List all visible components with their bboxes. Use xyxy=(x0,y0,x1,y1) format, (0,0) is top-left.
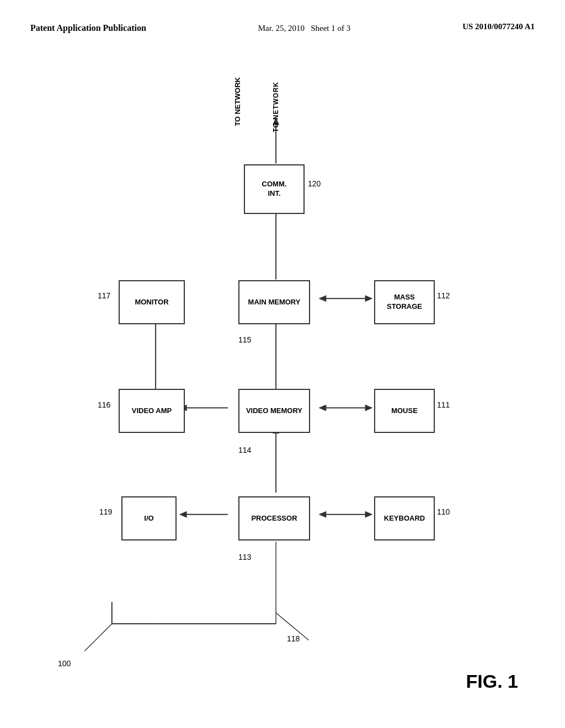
io-box: I/O xyxy=(121,496,177,540)
page-header: Patent Application Publication Mar. 25, … xyxy=(0,0,565,35)
video-memory-ref: 114 xyxy=(238,446,251,454)
to-network-label: TO NETWORK xyxy=(233,77,242,126)
video-amp-ref: 116 xyxy=(98,400,110,409)
svg-marker-22 xyxy=(179,511,187,518)
svg-line-28 xyxy=(84,624,112,651)
ref-100: 100 xyxy=(58,659,71,668)
mouse-ref: 111 xyxy=(437,400,450,409)
svg-marker-9 xyxy=(365,295,373,302)
svg-marker-13 xyxy=(318,405,326,411)
diagram-svg xyxy=(28,72,537,684)
comm-int-box: COMM.INT. xyxy=(244,164,305,214)
processor-ref: 113 xyxy=(238,553,251,561)
processor-box: PROCESSOR xyxy=(238,496,310,540)
svg-marker-15 xyxy=(365,511,373,518)
publication-number: US 2010/0077240 A1 xyxy=(462,22,535,31)
io-ref: 119 xyxy=(99,507,112,516)
publication-title: Patent Application Publication xyxy=(30,22,146,34)
mass-storage-ref: 112 xyxy=(437,291,450,300)
diagram-area: TO NETWORK COMM.INT. 120 MAIN MEMORY 115… xyxy=(28,72,537,684)
video-amp-box: VIDEO AMP xyxy=(119,389,185,433)
monitor-ref: 117 xyxy=(98,291,110,300)
svg-marker-12 xyxy=(365,405,373,411)
comm-int-ref: 120 xyxy=(308,179,321,188)
video-memory-box: VIDEO MEMORY xyxy=(238,389,310,433)
keyboard-ref: 110 xyxy=(437,507,450,516)
svg-marker-16 xyxy=(318,511,326,518)
mouse-box: MOUSE xyxy=(374,389,435,433)
main-memory-ref: 115 xyxy=(238,335,251,344)
ref-118: 118 xyxy=(287,634,300,643)
publication-date-sheet: Mar. 25, 2010 Sheet 1 of 3 xyxy=(258,22,351,35)
to-network-text: TO NETWORK xyxy=(259,82,292,134)
monitor-box: MONITOR xyxy=(119,280,185,324)
svg-marker-10 xyxy=(318,295,326,302)
fig-label: FIG. 1 xyxy=(466,671,518,692)
keyboard-box: KEYBOARD xyxy=(374,496,435,540)
mass-storage-box: MASSSTORAGE xyxy=(374,280,435,324)
main-memory-box: MAIN MEMORY xyxy=(238,280,310,324)
patent-page: Patent Application Publication Mar. 25, … xyxy=(0,0,565,728)
